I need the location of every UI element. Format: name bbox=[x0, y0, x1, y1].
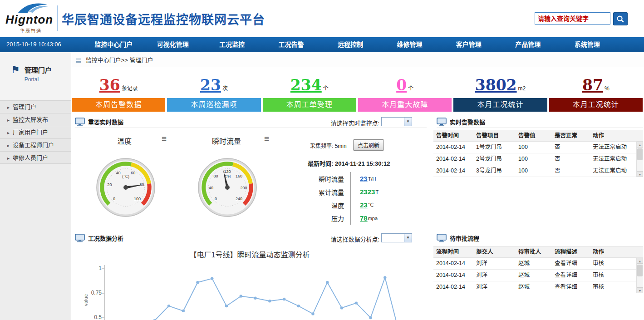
stats-row: 36条记录 本周告警数据 23次 本周巡检漏项 234个 本周工单受理 0个 本… bbox=[72, 72, 643, 112]
section-title: 待审批流程 bbox=[450, 234, 479, 242]
page-header: Hignton 华辰智通 华辰智通设备远程监控物联网云平台 bbox=[0, 0, 644, 37]
latest-time-text: 最新时间: 2014-11-21 15:30:12 bbox=[308, 159, 390, 167]
nav-item-maintenance-management[interactable]: 维修管理 bbox=[380, 37, 439, 52]
analysis-point-select[interactable]: ▼ bbox=[381, 233, 412, 242]
realtime-metrics: 瞬时流量 23T/H 累计流量 2323T 温度 23℃ 压力 78mpa bbox=[296, 172, 405, 225]
stat-bar-label[interactable]: 本月工况统计 bbox=[453, 98, 547, 112]
cell: 赵城 bbox=[516, 281, 552, 293]
monitor-point-select[interactable]: ▼ bbox=[381, 117, 412, 126]
stat-value[interactable]: 0 bbox=[396, 76, 407, 94]
breadcrumb: 监控中心门户>> 管理门户 bbox=[86, 57, 153, 64]
cell: 2014-02-14 bbox=[433, 165, 473, 177]
refresh-button[interactable]: 点击刷新 bbox=[353, 139, 384, 151]
logo-divider bbox=[57, 5, 58, 31]
nav-item-remote-control[interactable]: 远程控制 bbox=[321, 37, 380, 52]
stat-value[interactable]: 36 bbox=[99, 76, 120, 94]
cell: 无法正常启动 bbox=[590, 142, 636, 153]
view-detail-link[interactable]: 查看详细 bbox=[552, 258, 590, 269]
sidebar-item-screen-publish[interactable]: ▸监控大屏发布 bbox=[0, 113, 71, 126]
portal-header: ⚑ 管理门户 Portal bbox=[0, 52, 71, 100]
scroll-down-icon[interactable]: ▼ bbox=[637, 287, 643, 293]
analysis-select-label: 请选择数据分析点: bbox=[319, 235, 379, 243]
chart-toolbox-icon[interactable]: ≡ bbox=[162, 135, 167, 143]
stat-card-monthly-major-faults: 0个 本月重大故障 bbox=[358, 72, 452, 112]
monitor-icon bbox=[437, 118, 447, 126]
stat-value[interactable]: 23 bbox=[200, 76, 221, 94]
metric-value[interactable]: 2323 bbox=[360, 188, 375, 196]
search-icon bbox=[616, 15, 624, 23]
nav-item-condition-alarm[interactable]: 工况告警 bbox=[261, 37, 320, 52]
metric-unit: mpa bbox=[368, 216, 378, 221]
metric-label: 瞬时流量 bbox=[296, 174, 344, 183]
temperature-gauge: (℃) 0 20 40 60 80 100 bbox=[93, 155, 158, 220]
table-scrollbar[interactable]: ▲ ▼ bbox=[636, 258, 643, 293]
monitor-select-label: 请选择实时监控点: bbox=[319, 118, 379, 127]
stat-unit: % bbox=[605, 85, 610, 92]
gauge-tick: 20 bbox=[107, 182, 112, 187]
approval-section-header: 待审批流程 bbox=[437, 232, 643, 244]
nav-item-condition-monitoring[interactable]: 工况监控 bbox=[202, 37, 261, 52]
metric-label: 累计流量 bbox=[296, 187, 344, 197]
section-title: 重要实时数据 bbox=[88, 118, 123, 126]
metric-label: 压力 bbox=[296, 214, 344, 223]
audit-action-link[interactable]: 审核 bbox=[590, 270, 636, 281]
stat-bar-label[interactable]: 本周告警数据 bbox=[72, 98, 165, 112]
stat-unit: 个 bbox=[408, 85, 413, 92]
cell: 2号龙门吊 bbox=[473, 153, 516, 165]
stat-card-weekly-inspection-missed: 23次 本周巡检漏项 bbox=[167, 72, 261, 112]
nav-item-system-management[interactable]: 系统管理 bbox=[558, 37, 617, 52]
metric-value[interactable]: 23 bbox=[360, 175, 368, 182]
sidebar-item-maintenance-staff-portal[interactable]: ▸维修人员门户 bbox=[0, 151, 71, 164]
stat-bar-label[interactable]: 本月工况统计 bbox=[549, 98, 643, 112]
metric-value[interactable]: 23 bbox=[360, 201, 368, 209]
cell: 2014-02-14 bbox=[433, 281, 473, 293]
gauge-tick: 160 bbox=[236, 174, 242, 178]
audit-action-link[interactable]: 审核 bbox=[590, 281, 636, 293]
scroll-down-icon[interactable]: ▼ bbox=[637, 171, 643, 177]
audit-action-link[interactable]: 审核 bbox=[590, 258, 636, 269]
logo: Hignton 华辰智通 bbox=[5, 2, 55, 35]
caret-right-icon: ▸ bbox=[7, 118, 10, 123]
scrollbar-thumb[interactable] bbox=[637, 148, 643, 160]
gauge-tick: 40 bbox=[209, 186, 213, 190]
sidebar-item-admin-portal[interactable]: ▸管理门户 bbox=[0, 100, 71, 113]
sidebar-item-label: 设备工程师门户 bbox=[13, 142, 54, 148]
sidebar-item-device-engineer-portal[interactable]: ▸设备工程师门户 bbox=[0, 138, 71, 151]
dropdown-arrow-icon: ▼ bbox=[404, 118, 412, 126]
gauge-unit: (℃) bbox=[122, 174, 129, 179]
view-detail-link[interactable]: 查看详细 bbox=[552, 281, 590, 293]
stat-value[interactable]: 87 bbox=[582, 76, 603, 94]
column-header: 告警时间 bbox=[433, 130, 473, 141]
sidebar-item-vendor-user-portal[interactable]: ▸厂家用户门户 bbox=[0, 126, 71, 138]
table-scrollbar[interactable]: ▲ ▼ bbox=[636, 142, 643, 177]
sidebar-item-label: 监控大屏发布 bbox=[13, 116, 48, 123]
stat-bar-label[interactable]: 本月重大故障 bbox=[358, 98, 452, 112]
cell: 2014-02-14 bbox=[433, 270, 473, 281]
view-detail-link[interactable]: 查看详细 bbox=[552, 270, 590, 281]
cell: 2014-02-14 bbox=[433, 258, 473, 269]
cell: 刘洋 bbox=[473, 281, 516, 293]
gauge-tick: 240 bbox=[236, 197, 242, 201]
search-button[interactable] bbox=[613, 12, 628, 25]
scroll-up-icon[interactable]: ▲ bbox=[637, 258, 643, 264]
stat-bar-label[interactable]: 本周巡检漏项 bbox=[167, 98, 261, 112]
logo-swoosh-icon bbox=[17, 2, 50, 14]
scroll-up-icon[interactable]: ▲ bbox=[637, 142, 643, 148]
search-input[interactable] bbox=[535, 12, 610, 25]
stat-bar-label[interactable]: 本周工单受理 bbox=[263, 98, 356, 112]
nav-item-customer-management[interactable]: 客户管理 bbox=[439, 37, 498, 52]
cell: 1号龙门吊 bbox=[473, 142, 516, 153]
scrollbar-thumb[interactable] bbox=[637, 265, 643, 276]
stat-value[interactable]: 234 bbox=[290, 76, 322, 94]
portal-title: 管理门户 bbox=[25, 65, 52, 74]
cell: 赵城 bbox=[516, 258, 552, 269]
nav-item-monitor-center[interactable]: 监控中心门户 bbox=[84, 37, 143, 52]
divider bbox=[308, 170, 388, 170]
gauge-tick: 40 bbox=[116, 171, 121, 175]
gauge-tick: 200 bbox=[240, 186, 247, 190]
chart-toolbox-icon[interactable]: ≡ bbox=[264, 135, 269, 143]
metric-value[interactable]: 78 bbox=[360, 214, 368, 222]
stat-value[interactable]: 3802 bbox=[475, 76, 517, 94]
nav-item-visual-management[interactable]: 可视化管理 bbox=[143, 37, 202, 52]
nav-item-product-management[interactable]: 产品管理 bbox=[498, 37, 557, 52]
